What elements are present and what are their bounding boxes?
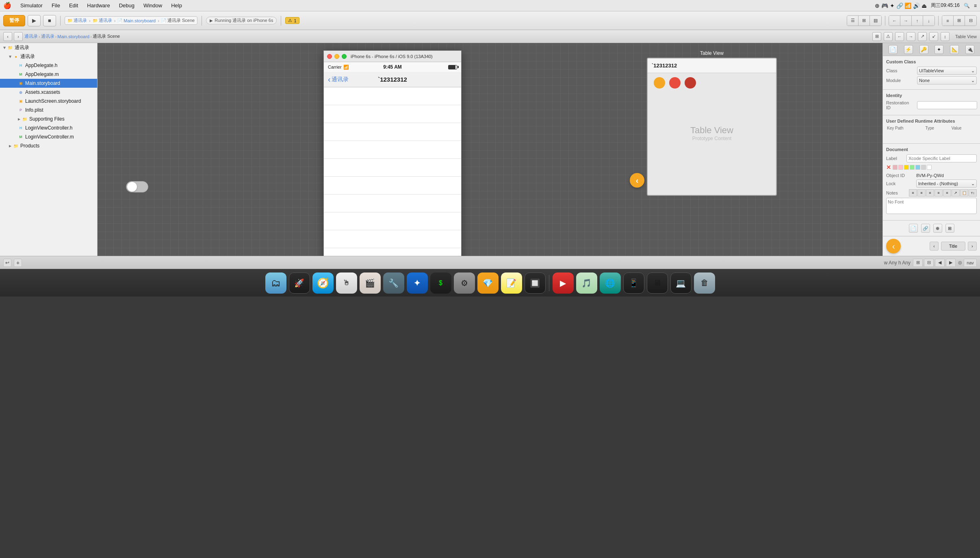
bc-text-2[interactable]: 通讯录 — [99, 17, 112, 24]
lock-dropdown[interactable]: Inherited - (Nothing) ⌄ — [916, 180, 977, 188]
search-icon[interactable]: 🔍 — [964, 3, 970, 9]
fmt-btn-2[interactable]: ≡ — [917, 189, 926, 197]
dock-mouse[interactable]: 🖱 — [336, 273, 357, 294]
scene-btn-darkred[interactable] — [685, 77, 696, 89]
fmt-btn-4[interactable]: ≡ — [934, 189, 943, 197]
seg-forward[interactable]: → — [900, 16, 912, 26]
menu-hardware[interactable]: Hardware — [85, 2, 111, 9]
traffic-light-red[interactable] — [327, 54, 332, 59]
color-swatch-4[interactable] — [910, 165, 915, 170]
warning-badge[interactable]: ⚠ 1 — [285, 17, 299, 24]
traffic-light-green[interactable] — [342, 54, 347, 59]
breadcrumb-bar[interactable]: 📁 通讯录 › 📁 通讯录 › 📄 Main.storyboard › 📄 通讯… — [65, 16, 197, 25]
bc-text-4[interactable]: 通讯录 Scene — [167, 17, 195, 24]
triangle-icon[interactable]: ▶ — [3, 46, 7, 49]
dock-app1[interactable]: 🔲 — [525, 273, 546, 294]
bottom-add-btn[interactable]: + — [14, 259, 22, 267]
inspector-nav-link-btn[interactable]: 🔗 — [921, 224, 930, 233]
sidebar-item-launch[interactable]: ▣ LaunchScreen.storyboard — [0, 97, 97, 106]
sidebar-item-mainstoryboard[interactable]: ▣ Main.storyboard — [0, 79, 97, 88]
nav-inspector-toggle[interactable]: ⊞ — [872, 32, 881, 41]
inspector-tab-quick[interactable]: ⚡ — [904, 45, 913, 54]
module-dropdown[interactable]: None ⌄ — [917, 76, 977, 84]
seg-list[interactable]: ☰ — [847, 16, 859, 26]
sidebar-item-loginvc-h[interactable]: H LoginViewController.h — [0, 123, 97, 132]
triangle-supporting-icon[interactable]: ▶ — [18, 117, 20, 121]
doc-x-btn[interactable]: ✕ — [886, 164, 891, 171]
notes-textarea[interactable] — [886, 198, 977, 214]
sidebar-item-appdel-h[interactable]: H AppDelegate.h — [0, 61, 97, 70]
color-swatch-6[interactable] — [921, 165, 926, 170]
apple-menu[interactable]: 🍎 — [3, 2, 11, 9]
bottom-back-btn[interactable]: ↩ — [3, 259, 11, 267]
sidebar-item-appdel-m[interactable]: M AppDelegate.m — [0, 70, 97, 79]
nav-right-1[interactable]: ← — [895, 32, 904, 41]
nav-right-2[interactable]: → — [906, 32, 915, 41]
fmt-btn-5[interactable]: ≡ — [943, 189, 951, 197]
stop-button[interactable]: ■ — [43, 15, 56, 26]
bottom-fit-btn[interactable]: ◀ — [935, 259, 945, 267]
seg-back[interactable]: ← — [889, 16, 900, 26]
bottom-nav-label[interactable]: nav — [964, 259, 977, 267]
bottom-aspect-btn[interactable]: ⊟ — [924, 259, 934, 267]
fmt-btn-6[interactable]: ↗ — [952, 189, 960, 197]
color-swatch-7[interactable] — [927, 165, 932, 170]
inspector-back-btn[interactable]: ‹ — [886, 239, 901, 253]
menu-simulator[interactable]: Simulator — [19, 2, 44, 9]
triangle-products-icon[interactable]: ▶ — [9, 144, 11, 148]
menu-debug[interactable]: Debug — [117, 2, 136, 9]
restoration-input[interactable] — [917, 101, 977, 109]
class-dropdown[interactable]: UITableView ⌄ — [917, 67, 977, 75]
inspector-tab-attr[interactable]: ✦ — [934, 45, 943, 54]
dock-app3[interactable]: 🖥 — [647, 273, 668, 294]
dock-app4[interactable]: 💻 — [670, 273, 692, 294]
scene-btn-red[interactable] — [669, 77, 681, 89]
inspector-nav-file-btn[interactable]: 📄 — [909, 224, 918, 233]
color-swatch-3[interactable] — [904, 165, 909, 170]
dock-music[interactable]: 🎵 — [576, 273, 597, 294]
inspector-tab-conn[interactable]: 🔌 — [965, 45, 974, 54]
bottom-zoom-btn[interactable]: ▶ — [946, 259, 956, 267]
bottom-grid-btn[interactable]: ⊞ — [913, 259, 923, 267]
inspector-tab-identity[interactable]: 🔑 — [919, 45, 928, 54]
dock-media[interactable]: ▶ — [553, 273, 574, 294]
nav-path-1[interactable]: 通讯录 — [24, 33, 38, 39]
dock-notes[interactable]: 📝 — [501, 273, 522, 294]
dock-tools[interactable]: 🔧 — [383, 273, 404, 294]
nav-path-2[interactable]: 通讯录 — [41, 33, 54, 39]
seg-down[interactable]: ↓ — [923, 16, 934, 26]
seg-code[interactable]: ≡ — [942, 16, 954, 26]
menu-edit[interactable]: Edit — [67, 2, 80, 9]
fmt-btn-7[interactable]: 📋 — [960, 189, 968, 197]
color-swatch-5[interactable] — [915, 165, 920, 170]
sidebar-item-group[interactable]: ▶ ● 通讯录 — [0, 52, 97, 61]
iphone-table-content[interactable] — [324, 87, 461, 256]
inspector-tab-file[interactable]: 📄 — [889, 45, 898, 54]
dock-quicktime[interactable]: 🎬 — [360, 273, 381, 294]
toggle-switch[interactable] — [126, 181, 148, 192]
fmt-btn-t[interactable]: T↕ — [969, 189, 977, 197]
dock-browser2[interactable]: 🌐 — [600, 273, 621, 294]
back-button[interactable]: ‹ 通讯录 — [328, 75, 349, 84]
sidebar-item-loginvc-m[interactable]: M LoginViewController.m — [0, 132, 97, 141]
inspector-nav-grid-btn[interactable]: ⊞ — [945, 224, 954, 233]
bc-text-3[interactable]: Main.storyboard — [124, 18, 156, 23]
fmt-btn-3[interactable]: ≡ — [926, 189, 934, 197]
seg-split[interactable]: ⊞ — [859, 16, 870, 26]
fmt-btn-1[interactable]: ≡ — [909, 189, 917, 197]
menu-window[interactable]: Window — [142, 2, 164, 9]
nav-warning-btn[interactable]: ⚠ — [884, 32, 893, 41]
seg-up[interactable]: ↑ — [912, 16, 923, 26]
seg-version[interactable]: ⊟ — [965, 16, 976, 26]
sidebar-item-plist[interactable]: P Info.plist — [0, 106, 97, 115]
inspector-nav-prev[interactable]: ‹ — [930, 242, 939, 251]
sidebar-item-products[interactable]: ▶ 📁 Products — [0, 141, 97, 150]
list-icon[interactable]: ≡ — [974, 3, 977, 9]
nav-right-5[interactable]: ↕ — [941, 32, 950, 41]
scene-btn-orange[interactable] — [654, 77, 665, 89]
sidebar-item-supporting[interactable]: ▶ 📁 Supporting Files — [0, 115, 97, 123]
dock-xcode[interactable]: ✦ — [407, 273, 428, 294]
run-button[interactable]: ▶ — [28, 15, 41, 26]
dock-finder[interactable]: 🗂 — [265, 273, 286, 294]
dock-app2[interactable]: 📱 — [623, 273, 644, 294]
